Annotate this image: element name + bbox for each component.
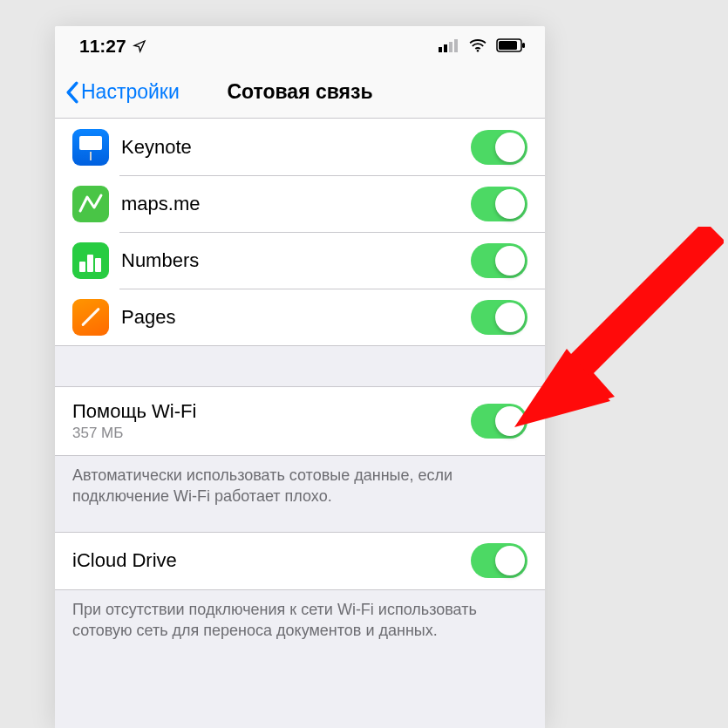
wifi-assist-label: Помощь Wi-Fi (72, 400, 471, 423)
app-label: maps.me (121, 193, 471, 215)
icloud-drive-row: iCloud Drive (55, 533, 545, 589)
toggle-keynote[interactable] (471, 130, 527, 165)
nav-header: Настройки Сотовая связь (55, 66, 545, 119)
location-icon (133, 39, 146, 53)
svg-rect-2 (449, 42, 452, 52)
app-row-keynote: Keynote (55, 119, 545, 175)
annotation-arrow-icon (514, 227, 724, 427)
wifi-icon (468, 36, 487, 57)
app-label: Pages (121, 306, 471, 329)
svg-rect-7 (522, 43, 525, 48)
toggle-pages[interactable] (471, 300, 527, 335)
app-cellular-group: Keynote maps.me Numbers Pages (55, 119, 545, 346)
icloud-drive-group: iCloud Drive (55, 532, 545, 590)
wifi-assist-row: Помощь Wi-Fi 357 МБ (55, 387, 545, 455)
group-spacer (55, 520, 545, 532)
svg-rect-6 (499, 41, 517, 50)
battery-icon (496, 36, 526, 57)
keynote-icon (72, 129, 109, 166)
group-spacer (55, 346, 545, 386)
wifi-assist-usage: 357 МБ (72, 425, 471, 442)
mapsme-icon (72, 186, 109, 222)
back-label: Настройки (81, 80, 180, 104)
back-button[interactable]: Настройки (55, 80, 180, 104)
pages-icon (72, 299, 109, 336)
app-label: Numbers (121, 249, 471, 272)
toggle-numbers[interactable] (471, 243, 527, 278)
wifi-assist-footer: Автоматически использовать сотовые данны… (55, 456, 545, 520)
status-time: 11:27 (79, 36, 126, 57)
toggle-mapsme[interactable] (471, 187, 527, 221)
svg-point-4 (477, 50, 479, 51)
toggle-wifi-assist[interactable] (471, 404, 527, 439)
toggle-icloud-drive[interactable] (471, 543, 527, 578)
app-row-pages: Pages (55, 289, 545, 345)
icloud-drive-footer: При отсутствии подключения к сети Wi-Fi … (55, 590, 545, 654)
svg-rect-0 (439, 47, 442, 52)
svg-rect-3 (454, 39, 458, 52)
app-label: Keynote (121, 136, 471, 159)
chevron-left-icon (65, 81, 79, 104)
app-row-numbers: Numbers (55, 232, 545, 289)
cellular-signal-icon (439, 36, 459, 57)
status-bar: 11:27 (55, 26, 545, 66)
phone-frame: 11:27 (55, 26, 545, 728)
icloud-drive-label: iCloud Drive (72, 549, 471, 572)
numbers-icon (72, 242, 109, 279)
svg-rect-1 (444, 44, 447, 52)
wifi-assist-group: Помощь Wi-Fi 357 МБ (55, 386, 545, 456)
app-row-mapsme: maps.me (55, 175, 545, 232)
